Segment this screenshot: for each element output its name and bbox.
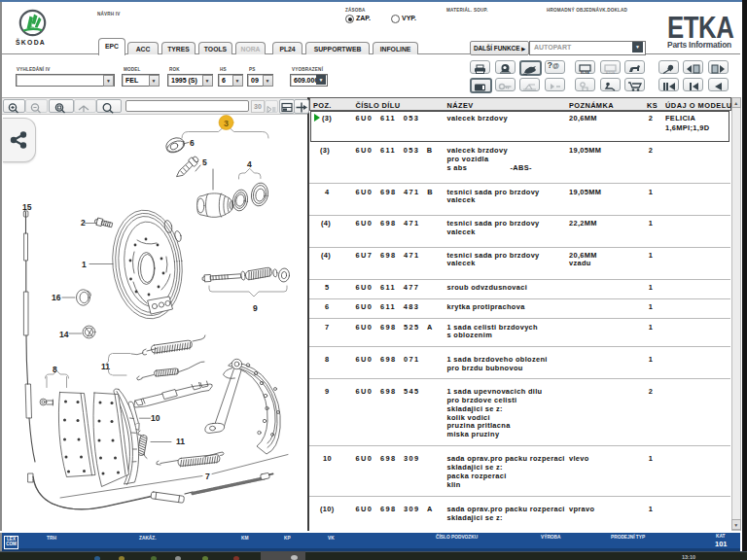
svg-text:11: 11: [176, 437, 185, 446]
svg-text:4: 4: [247, 159, 252, 169]
svg-text:11: 11: [101, 362, 110, 371]
svg-text:16: 16: [52, 293, 61, 302]
svg-text:ELSA: ELSA: [581, 71, 590, 75]
svg-text:6: 6: [190, 138, 195, 148]
svg-text:7: 7: [205, 472, 210, 481]
svg-text:15: 15: [22, 202, 32, 212]
svg-text:10: 10: [151, 413, 160, 423]
svg-text:3: 3: [224, 119, 229, 128]
svg-text:9: 9: [253, 303, 258, 313]
svg-text:2: 2: [81, 218, 86, 228]
svg-text:1: 1: [82, 260, 87, 269]
svg-text:14: 14: [59, 330, 69, 339]
svg-text:5: 5: [202, 158, 207, 167]
svg-text:ETOS: ETOS: [605, 71, 615, 75]
